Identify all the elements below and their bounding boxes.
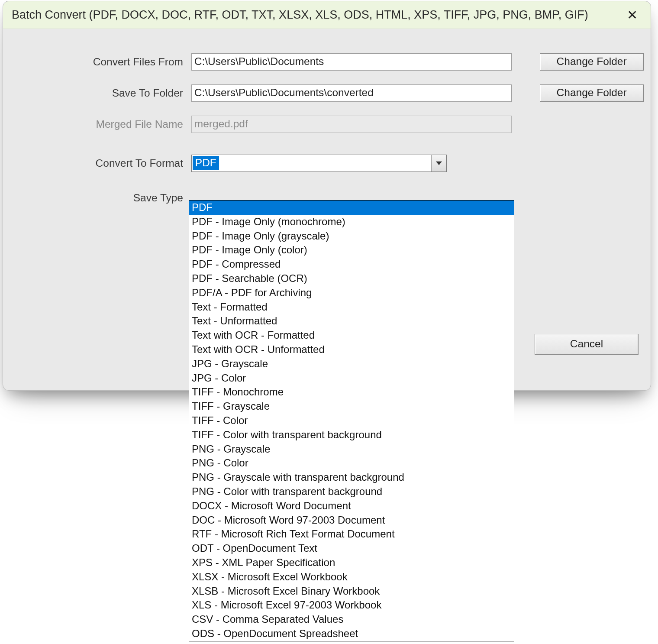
format-option[interactable]: PDF/A - PDF for Archiving: [189, 286, 514, 300]
format-option[interactable]: PNG - Color with transparent background: [189, 485, 514, 499]
format-option[interactable]: CSV - Comma Separated Values: [189, 612, 514, 627]
save-to-folder-input[interactable]: C:\Users\Public\Documents\converted: [191, 84, 512, 102]
close-icon[interactable]: ✕: [624, 7, 640, 23]
format-option[interactable]: PNG - Grayscale: [189, 442, 514, 456]
format-option[interactable]: TIFF - Monochrome: [189, 385, 514, 399]
convert-to-format-combobox[interactable]: PDF: [191, 155, 447, 172]
format-option[interactable]: PNG - Color: [189, 456, 514, 470]
format-option[interactable]: TIFF - Grayscale: [189, 399, 514, 414]
format-option[interactable]: PDF - Image Only (color): [189, 243, 514, 257]
change-folder-to-button[interactable]: Change Folder: [540, 84, 644, 102]
save-to-folder-label: Save To Folder: [3, 87, 183, 99]
format-option[interactable]: RTF - Microsoft Rich Text Format Documen…: [189, 527, 514, 541]
format-option[interactable]: JPG - Color: [189, 371, 514, 385]
convert-files-from-input[interactable]: C:\Users\Public\Documents: [191, 53, 512, 71]
format-option[interactable]: Text - Formatted: [189, 300, 514, 314]
format-option[interactable]: PDF - Searchable (OCR): [189, 272, 514, 286]
cancel-button[interactable]: Cancel: [535, 334, 639, 355]
format-option[interactable]: PDF - Image Only (monochrome): [189, 215, 514, 229]
convert-to-format-label: Convert To Format: [3, 157, 183, 169]
dialog-body: Convert Files From C:\Users\Public\Docum…: [3, 29, 651, 63]
format-option[interactable]: JPG - Grayscale: [189, 357, 514, 371]
format-option[interactable]: Text with OCR - Formatted: [189, 328, 514, 343]
format-option[interactable]: DOC - Microsoft Word 97-2003 Document: [189, 513, 514, 527]
merged-file-name-label: Merged File Name: [3, 118, 183, 130]
format-option[interactable]: XLSB - Microsoft Excel Binary Workbook: [189, 584, 514, 599]
format-option[interactable]: TIFF - Color with transparent background: [189, 428, 514, 442]
convert-to-format-selection: PDF: [193, 156, 219, 170]
dropdown-arrow-icon[interactable]: [431, 155, 446, 172]
window-title: Batch Convert (PDF, DOCX, DOC, RTF, ODT,…: [12, 8, 588, 22]
format-option[interactable]: Text with OCR - Unformatted: [189, 343, 514, 357]
titlebar: Batch Convert (PDF, DOCX, DOC, RTF, ODT,…: [3, 1, 651, 29]
save-type-label: Save Type: [3, 192, 183, 204]
change-folder-from-button[interactable]: Change Folder: [540, 53, 644, 71]
convert-to-format-dropdown-list[interactable]: PDFPDF - Image Only (monochrome)PDF - Im…: [189, 200, 514, 641]
format-option[interactable]: XLS - Microsoft Excel 97-2003 Workbook: [189, 598, 514, 612]
format-option[interactable]: ODT - OpenDocument Text: [189, 541, 514, 556]
format-option[interactable]: DOCX - Microsoft Word Document: [189, 499, 514, 513]
format-option[interactable]: PDF - Image Only (grayscale): [189, 229, 514, 243]
format-option[interactable]: XPS - XML Paper Specification: [189, 556, 514, 570]
format-option[interactable]: PNG - Grayscale with transparent backgro…: [189, 470, 514, 485]
format-option[interactable]: ODS - OpenDocument Spreadsheet: [189, 627, 514, 641]
merged-file-name-input: merged.pdf: [191, 116, 512, 133]
format-option[interactable]: TIFF - Color: [189, 414, 514, 428]
convert-files-from-label: Convert Files From: [3, 56, 183, 68]
format-option[interactable]: Text - Unformatted: [189, 314, 514, 328]
format-option[interactable]: PDF - Compressed: [189, 257, 514, 272]
format-option[interactable]: PDF: [189, 201, 514, 215]
format-option[interactable]: XLSX - Microsoft Excel Workbook: [189, 570, 514, 584]
